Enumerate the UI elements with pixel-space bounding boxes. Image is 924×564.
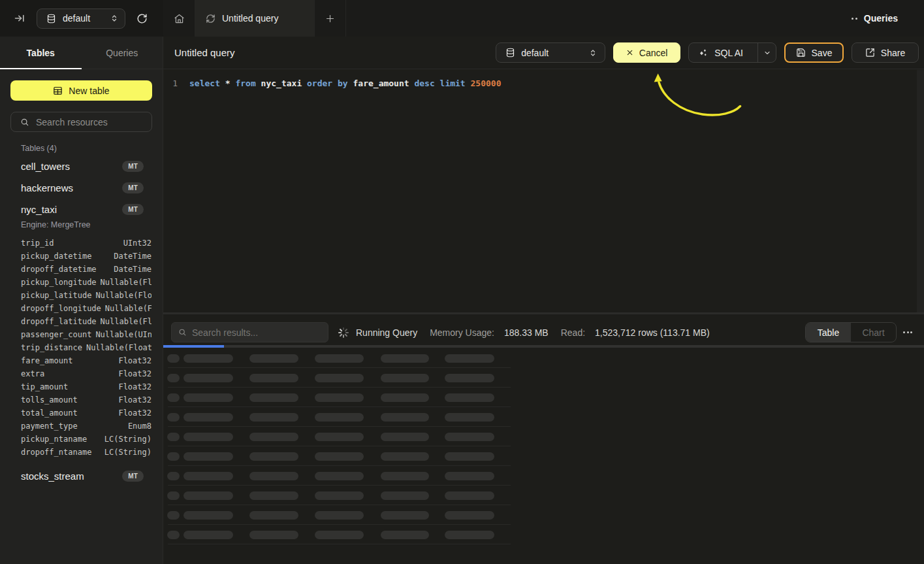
- code-token-number: 250000: [471, 78, 502, 88]
- topbar: default Unti: [0, 0, 924, 37]
- code-token-keyword: select: [189, 78, 220, 88]
- skeleton-cell: [445, 511, 494, 520]
- column-row-pickup_datetime: pickup_datetimeDateTime: [21, 250, 151, 263]
- skeleton-cell: [445, 393, 494, 402]
- sql-ai-button[interactable]: SQL AI: [688, 42, 776, 63]
- query-header: Untitled query default Cancel: [163, 37, 924, 69]
- skeleton-cell: [183, 374, 233, 382]
- column-row-fare_amount: fare_amountFloat32: [21, 354, 151, 367]
- code-token-keyword: limit: [440, 78, 466, 88]
- sql-editor[interactable]: 1 select * from nyc_taxi order by fare_a…: [163, 70, 924, 313]
- skeleton-cell: [249, 531, 298, 539]
- sql-ai-main[interactable]: SQL AI: [689, 43, 752, 62]
- table-name: hackernews: [21, 182, 73, 193]
- tab-untitled-query[interactable]: Untitled query: [195, 0, 314, 37]
- skeleton-cell: [167, 472, 180, 480]
- queries-menu-button[interactable]: Queries: [852, 0, 898, 37]
- collapse-sidebar-button[interactable]: [9, 8, 30, 29]
- code-token-keyword: by: [338, 78, 348, 88]
- skeleton-row: [163, 427, 924, 446]
- skeleton-cell: [249, 472, 298, 480]
- new-table-button[interactable]: New table: [10, 80, 152, 101]
- home-tab[interactable]: [163, 0, 195, 37]
- column-name: pickup_ntaname: [21, 435, 87, 444]
- column-row-pickup_longitude: pickup_longitudeNullable(Fl: [21, 276, 151, 289]
- table-list-item-stocks_stream[interactable]: stocks_streamMT: [0, 465, 163, 487]
- skeleton-cell: [167, 452, 180, 461]
- skeleton-cell: [249, 393, 298, 402]
- column-type: LC(String): [104, 448, 151, 457]
- skeleton-cell: [183, 531, 233, 539]
- save-label: Save: [812, 48, 833, 58]
- table-list-item-hackernews[interactable]: hackernewsMT: [0, 177, 163, 199]
- memory-usage-value: 188.33 MB: [504, 327, 549, 338]
- skeleton-cell: [249, 354, 298, 363]
- sidebar-tab-tables[interactable]: Tables: [0, 37, 82, 69]
- cancel-button[interactable]: Cancel: [613, 42, 680, 63]
- skeleton-cell: [315, 354, 364, 363]
- engine-badge: MT: [122, 182, 144, 193]
- database-selector-value: default: [63, 13, 104, 24]
- skeleton-cell: [445, 433, 494, 441]
- skeleton-row: [163, 525, 924, 544]
- table-name: cell_towers: [21, 161, 70, 172]
- skeleton-row: [163, 466, 924, 486]
- table-list-item-cell_towers[interactable]: cell_towersMT: [0, 156, 163, 177]
- column-row-trip_distance: trip_distanceNullable(Float: [21, 341, 151, 354]
- skeleton-cell: [445, 413, 494, 422]
- column-row-trip_id: trip_idUInt32: [21, 237, 151, 250]
- column-name: dropoff_longitude: [21, 304, 101, 313]
- column-row-tip_amount: tip_amountFloat32: [21, 380, 151, 393]
- skeleton-cell: [445, 374, 494, 382]
- database-selector[interactable]: default: [37, 8, 125, 29]
- view-toggle-chart[interactable]: Chart: [851, 323, 896, 342]
- query-database-selector[interactable]: default: [496, 42, 605, 63]
- column-row-dropoff_longitude: dropoff_longitudeNullable(F: [21, 302, 151, 315]
- column-type: Float32: [118, 369, 151, 378]
- skeleton-cell: [381, 452, 429, 461]
- table-name: stocks_stream: [21, 471, 84, 482]
- chevrons-up-down-icon: [110, 14, 118, 22]
- skeleton-cell: [445, 452, 494, 461]
- view-toggle-table[interactable]: Table: [806, 323, 851, 342]
- sql-ai-dropdown[interactable]: [757, 43, 776, 62]
- more-options-button[interactable]: [900, 323, 916, 342]
- skeleton-cell: [445, 354, 494, 363]
- share-button[interactable]: Share: [852, 42, 919, 63]
- sidebar-tab-queries[interactable]: Queries: [82, 37, 163, 69]
- read-stat: Read: 1,523,712 rows (113.71 MB): [561, 327, 710, 338]
- skeleton-cell: [167, 491, 180, 500]
- column-type: LC(String): [104, 435, 151, 444]
- editor-scrollbar[interactable]: [917, 70, 924, 313]
- column-type: Float32: [118, 356, 151, 365]
- column-list: trip_idUInt32pickup_datetimeDateTimedrop…: [21, 237, 151, 459]
- column-type: DateTime: [114, 265, 151, 274]
- column-row-dropoff_ntaname: dropoff_ntanameLC(String): [21, 446, 151, 459]
- skeleton-cell: [315, 433, 364, 441]
- skeleton-cell: [315, 491, 364, 500]
- skeleton-cell: [167, 413, 180, 422]
- results-search-input[interactable]: [192, 327, 321, 338]
- column-row-total_amount: total_amountFloat32: [21, 406, 151, 420]
- table-name: nyc_taxi: [21, 204, 57, 215]
- queries-menu-label: Queries: [864, 13, 898, 24]
- table-list-item-nyc_taxi[interactable]: nyc_taxiMT: [0, 199, 163, 220]
- column-name: dropoff_ntaname: [21, 448, 91, 457]
- column-row-payment_type: payment_typeEnum8: [21, 420, 151, 433]
- save-button[interactable]: Save: [784, 42, 844, 63]
- sidebar-tabs: Tables Queries: [0, 37, 163, 69]
- skeleton-cell: [381, 531, 429, 539]
- skeleton-cell: [445, 531, 494, 539]
- sidebar-search-input[interactable]: [36, 117, 145, 127]
- column-name: total_amount: [21, 408, 78, 418]
- query-actions: default Cancel: [496, 42, 919, 63]
- skeleton-cell: [381, 393, 429, 402]
- skeleton-row: [163, 486, 924, 505]
- skeleton-cell: [183, 511, 233, 520]
- new-tab-button[interactable]: [314, 0, 346, 37]
- spinner-icon: [338, 327, 349, 338]
- code-token-keyword: order: [307, 78, 332, 88]
- column-row-pickup_latitude: pickup_latitudeNullable(Flo: [21, 289, 151, 302]
- skeleton-cell: [183, 491, 233, 500]
- refresh-button[interactable]: [131, 8, 152, 29]
